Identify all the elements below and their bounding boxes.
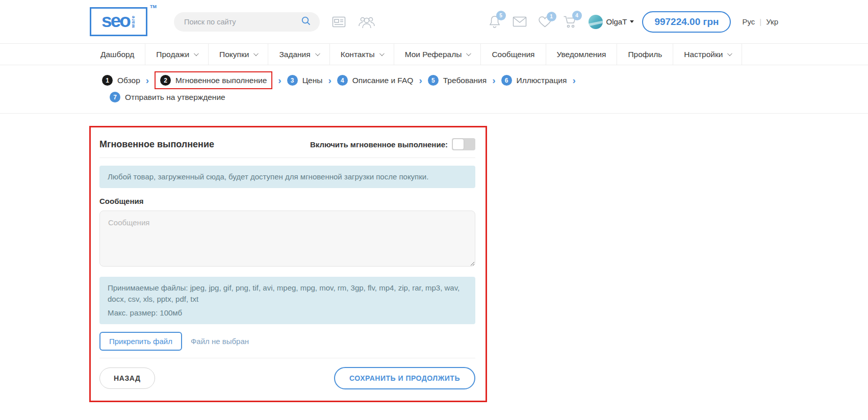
news-icon[interactable]	[332, 16, 346, 28]
lang-rus[interactable]: Рус	[742, 17, 755, 26]
stepper: 1Обзор›2Мгновенное выполнение›3Цены›4Опи…	[0, 65, 868, 114]
step-6[interactable]: 6Иллюстрация	[501, 75, 567, 86]
step-label: Цены	[302, 76, 323, 85]
mail-icon[interactable]	[513, 16, 527, 27]
nav-item-label: Сообщения	[492, 50, 534, 59]
chevron-down-icon	[727, 51, 732, 56]
nav-item-label: Контакты	[341, 50, 375, 59]
logo-box: seo ware	[90, 7, 147, 36]
accepted-files-line: Принимаемые файлы: jpeg, jpg, gif, png, …	[108, 282, 467, 305]
nav-item-label: Дашборд	[100, 50, 134, 59]
step-row: 7Отправить на утверждение	[102, 89, 868, 106]
step-number: 3	[287, 75, 298, 86]
step-number: 6	[501, 75, 512, 86]
instant-execution-toggle[interactable]	[452, 138, 475, 150]
header-right: 5 1 4 OlgaT 997224.00 грн Рус	[488, 11, 778, 33]
step-number: 2	[160, 75, 171, 86]
heart-icon[interactable]: 1	[538, 16, 552, 28]
step-2[interactable]: 2Мгновенное выполнение	[160, 75, 267, 86]
search-input[interactable]	[184, 18, 300, 26]
current-step-highlight: 2Мгновенное выполнение	[155, 71, 272, 89]
buttons-divider	[99, 358, 475, 358]
nav-item-tasks[interactable]: Задания	[268, 44, 329, 65]
step-label: Описание и FAQ	[352, 76, 414, 85]
accepted-files-banner: Принимаемые файлы: jpeg, jpg, gif, png, …	[99, 277, 475, 324]
file-status-text: Файл не выбран	[191, 337, 249, 346]
logo[interactable]: seo ware TM	[90, 7, 147, 36]
step-label: Обзор	[117, 76, 140, 85]
nav-item-purchases[interactable]: Покупки	[209, 44, 268, 65]
lang-separator: |	[759, 17, 761, 26]
step-number: 5	[428, 75, 439, 86]
step-3[interactable]: 3Цены	[287, 75, 323, 86]
step-number: 1	[102, 75, 113, 86]
step-chevron-icon: ›	[328, 75, 331, 85]
favorites-badge: 1	[547, 12, 556, 21]
nav-item-label: Уведомления	[557, 50, 606, 59]
max-size-line: Макс. размер: 100мб	[108, 307, 467, 319]
nav-item-profile[interactable]: Профиль	[617, 44, 673, 65]
people-icon[interactable]	[358, 15, 375, 29]
lang-ukr[interactable]: Укр	[766, 17, 778, 26]
step-4[interactable]: 4Описание и FAQ	[337, 75, 414, 86]
card-divider	[99, 158, 475, 158]
site-search	[174, 12, 320, 32]
nav-item-label: Настройки	[684, 50, 723, 59]
step-chevron-icon: ›	[572, 75, 575, 85]
logo-vertical-text: ware	[131, 15, 136, 28]
language-switcher: Рус | Укр	[742, 17, 778, 26]
nav-item-settings[interactable]: Настройки	[673, 44, 742, 65]
nav-item-dashboard[interactable]: Дашборд	[90, 44, 145, 65]
search-icon[interactable]	[300, 15, 312, 29]
step-chevron-icon: ›	[146, 75, 149, 85]
nav-item-label: Профиль	[628, 50, 662, 59]
step-5[interactable]: 5Требования	[428, 75, 487, 86]
messages-textarea[interactable]	[99, 211, 475, 267]
step-label: Отправить на утверждение	[125, 93, 225, 102]
nav-item-referrals[interactable]: Мои Рефералы	[394, 44, 481, 65]
step-1[interactable]: 1Обзор	[102, 75, 140, 86]
instant-execution-card: Мгновенное выполнение Включить мгновенно…	[89, 126, 487, 402]
bell-icon[interactable]: 5	[488, 15, 501, 29]
step-label: Мгновенное выполнение	[175, 76, 267, 85]
attach-file-button[interactable]: Прикрепить файл	[99, 332, 182, 351]
step-number: 4	[337, 75, 348, 86]
user-menu-caret-icon[interactable]	[630, 20, 634, 23]
nav-item-label: Задания	[279, 50, 310, 59]
step-label: Требования	[443, 76, 487, 85]
step-row: 1Обзор›2Мгновенное выполнение›3Цены›4Опи…	[102, 72, 868, 89]
user-name[interactable]: OlgaT	[606, 17, 627, 26]
avatar[interactable]	[589, 15, 603, 29]
nav-item-notifications[interactable]: Уведомления	[546, 44, 618, 65]
nav-item-label: Мои Рефералы	[405, 50, 462, 59]
step-chevron-icon: ›	[492, 75, 495, 85]
nav-item-messages[interactable]: Сообщения	[481, 44, 546, 65]
logo-tm: TM	[150, 4, 157, 9]
toggle-knob	[453, 139, 464, 149]
logo-text: seo	[101, 11, 130, 32]
save-continue-button[interactable]: СОХРАНИТЬ И ПРОДОЛЖИТЬ	[334, 367, 475, 389]
step-chevron-icon: ›	[419, 75, 422, 85]
chevron-down-icon	[315, 51, 320, 56]
nav-item-sales[interactable]: Продажи	[145, 44, 209, 65]
step-label: Иллюстрация	[517, 76, 567, 85]
cart-icon[interactable]: 4	[563, 15, 577, 29]
step-chevron-icon: ›	[278, 75, 281, 85]
step-number: 7	[110, 92, 120, 102]
balance-pill[interactable]: 997224.00 грн	[642, 11, 731, 33]
chevron-down-icon	[194, 51, 199, 56]
cart-badge: 4	[572, 11, 582, 20]
chevron-down-icon	[253, 51, 259, 56]
chevron-down-icon	[379, 51, 385, 56]
back-button[interactable]: НАЗАД	[99, 368, 155, 389]
card-title: Мгновенное выполнение	[99, 139, 214, 150]
nav-item-label: Продажи	[156, 50, 189, 59]
nav-item-contacts[interactable]: Контакты	[330, 44, 394, 65]
toggle-label: Включить мгновенное выполнение:	[310, 140, 448, 149]
step-7[interactable]: 7Отправить на утверждение	[110, 92, 225, 102]
info-banner: Любой товар, загруженный сюда, будет дос…	[99, 166, 475, 188]
messages-label: Сообщения	[99, 197, 475, 205]
notifications-badge: 5	[496, 11, 506, 20]
main-nav: ДашбордПродажиПокупкиЗаданияКонтактыМои …	[0, 43, 868, 65]
nav-item-label: Покупки	[219, 50, 249, 59]
